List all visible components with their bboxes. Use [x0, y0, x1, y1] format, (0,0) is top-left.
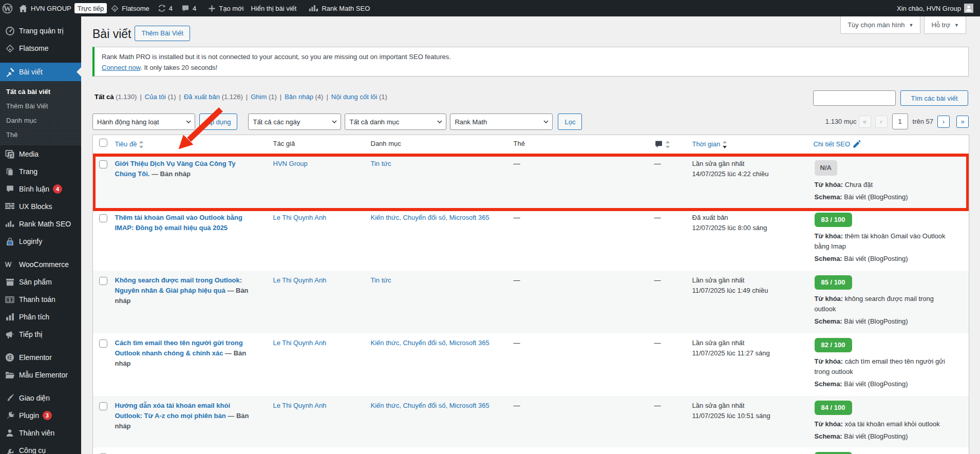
- svg-text:$: $: [9, 297, 11, 301]
- svg-text:W: W: [4, 4, 11, 12]
